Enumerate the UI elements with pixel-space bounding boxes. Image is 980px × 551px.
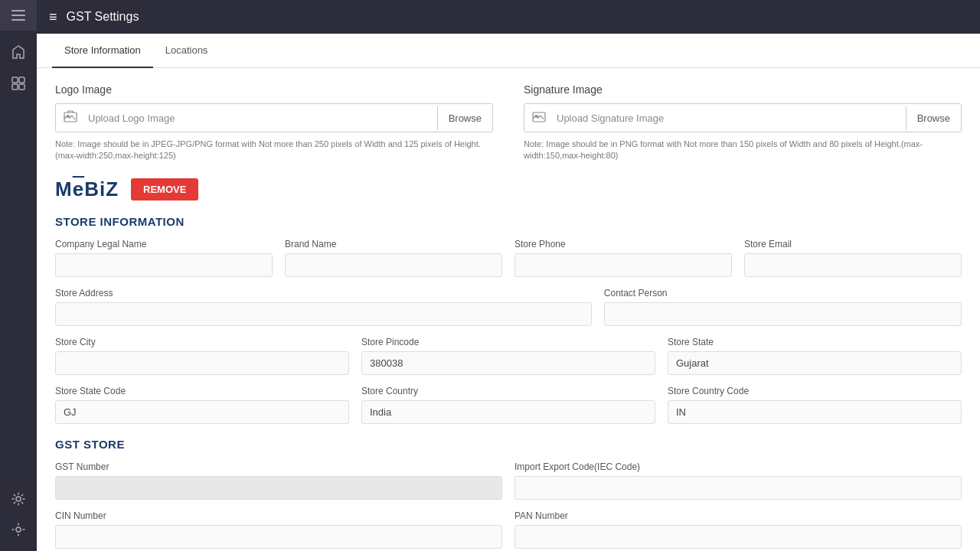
tabs-bar: Store Information Locations [37, 34, 980, 68]
logo-upload-box: Upload Logo Image Browse [55, 103, 493, 132]
svg-rect-5 [12, 84, 18, 90]
tab-locations[interactable]: Locations [153, 34, 220, 68]
svg-point-8 [16, 527, 21, 532]
company-legal-name-input[interactable] [55, 253, 273, 277]
cin-number-input[interactable] [55, 525, 502, 549]
main-area: ≡ GST Settings Store Information Locatio… [37, 0, 980, 551]
logo-preview-area: MeBiZ REMOVE [55, 178, 962, 201]
store-pincode-label: Store Pincode [361, 337, 655, 347]
company-legal-name-group: Company Legal Name [55, 239, 273, 277]
store-phone-label: Store Phone [514, 239, 732, 249]
contact-person-group: Contact Person [604, 288, 962, 326]
store-email-label: Store Email [744, 239, 962, 249]
store-phone-group: Store Phone [514, 239, 732, 277]
svg-rect-6 [19, 84, 24, 90]
gst-store-heading: GST STORE [55, 438, 962, 451]
store-phone-input[interactable] [514, 253, 732, 277]
store-state-label: Store State [668, 337, 962, 347]
store-state-code-input[interactable] [55, 400, 349, 424]
store-address-input[interactable] [55, 302, 592, 326]
signature-upload-icon [524, 104, 554, 132]
svg-rect-4 [19, 77, 24, 83]
topbar-title: GST Settings [67, 10, 139, 24]
store-address-group: Store Address [55, 288, 592, 326]
logo-upload-icon [56, 104, 85, 132]
signature-browse-button[interactable]: Browse [906, 106, 961, 130]
sidebar-settings-icon-1[interactable] [0, 484, 37, 514]
brand-name-label: Brand Name [285, 239, 502, 249]
contact-person-input[interactable] [604, 302, 962, 326]
topbar: ≡ GST Settings [37, 0, 980, 34]
topbar-menu-icon[interactable]: ≡ [49, 9, 57, 25]
sidebar-settings-icon-2[interactable] [0, 514, 37, 545]
image-upload-section: Logo Image Upload Logo Image Browse [55, 83, 962, 162]
logo-section-label: Logo Image [55, 83, 493, 96]
page-content: Logo Image Upload Logo Image Browse [37, 68, 980, 551]
gst-number-label: GST Number [55, 461, 502, 472]
signature-section: Signature Image Upload Signature Image B… [524, 83, 962, 162]
gst-row-2: CIN Number PAN Number [55, 510, 962, 549]
brand-name-group: Brand Name [285, 239, 502, 277]
content-area: Store Information Locations Logo Image [37, 34, 980, 551]
logo-preview: MeBiZ [55, 178, 119, 201]
store-state-code-group: Store State Code [55, 386, 349, 424]
store-info-row-4: Store State Code Store Country Store Cou… [55, 386, 962, 424]
signature-upload-box: Upload Signature Image Browse [524, 103, 962, 132]
sidebar [0, 0, 37, 551]
logo-upload-note: Note: Image should be in JPEG-JPG/PNG fo… [55, 139, 493, 162]
pan-number-label: PAN Number [514, 510, 962, 521]
svg-rect-1 [11, 15, 25, 16]
store-country-group: Store Country [361, 386, 655, 424]
cin-number-label: CIN Number [55, 510, 502, 521]
store-email-input[interactable] [744, 253, 962, 277]
store-city-label: Store City [55, 337, 349, 347]
svg-rect-3 [12, 77, 18, 83]
svg-rect-2 [11, 19, 25, 21]
store-country-input[interactable] [361, 400, 655, 424]
store-pincode-input[interactable] [361, 351, 655, 375]
company-legal-name-label: Company Legal Name [55, 239, 273, 249]
store-email-group: Store Email [744, 239, 962, 277]
store-address-label: Store Address [55, 288, 592, 298]
pan-number-input[interactable] [514, 525, 962, 549]
svg-rect-0 [11, 10, 25, 11]
signature-section-label: Signature Image [524, 83, 962, 96]
store-info-row-3: Store City Store Pincode Store State [55, 337, 962, 375]
store-info-row-1: Company Legal Name Brand Name Store Phon… [55, 239, 962, 277]
store-country-label: Store Country [361, 386, 655, 396]
iec-code-label: Import Export Code(IEC Code) [514, 461, 962, 472]
store-state-group: Store State [668, 337, 962, 375]
logo-upload-text: Upload Logo Image [85, 106, 437, 130]
iec-code-group: Import Export Code(IEC Code) [514, 461, 962, 500]
remove-logo-button[interactable]: REMOVE [131, 178, 198, 201]
store-country-code-input[interactable] [668, 400, 962, 424]
store-country-code-group: Store Country Code [668, 386, 962, 424]
iec-code-input[interactable] [514, 476, 962, 500]
sidebar-icon-2[interactable] [0, 67, 37, 98]
store-state-input[interactable] [668, 351, 962, 375]
gst-row-1: GST Number Import Export Code(IEC Code) [55, 461, 962, 500]
gst-number-input[interactable] [55, 476, 502, 500]
store-state-code-label: Store State Code [55, 386, 349, 396]
svg-point-7 [16, 497, 21, 501]
logo-section: Logo Image Upload Logo Image Browse [55, 83, 493, 162]
store-info-heading: STORE INFORMATION [55, 215, 962, 228]
signature-upload-note: Note: Image should be in PNG format with… [524, 139, 962, 162]
menu-icon[interactable] [0, 0, 37, 31]
cin-number-group: CIN Number [55, 510, 502, 549]
contact-person-label: Contact Person [604, 288, 962, 298]
store-city-input[interactable] [55, 351, 349, 375]
store-city-group: Store City [55, 337, 349, 375]
pan-number-group: PAN Number [514, 510, 962, 549]
store-info-row-2: Store Address Contact Person [55, 288, 962, 326]
sidebar-icon-1[interactable] [0, 37, 37, 67]
store-pincode-group: Store Pincode [361, 337, 655, 375]
store-country-code-label: Store Country Code [668, 386, 962, 396]
tab-store-information[interactable]: Store Information [52, 34, 153, 68]
logo-browse-button[interactable]: Browse [437, 106, 492, 130]
signature-upload-text: Upload Signature Image [554, 106, 906, 130]
brand-name-input[interactable] [285, 253, 502, 277]
gst-number-group: GST Number [55, 461, 502, 500]
